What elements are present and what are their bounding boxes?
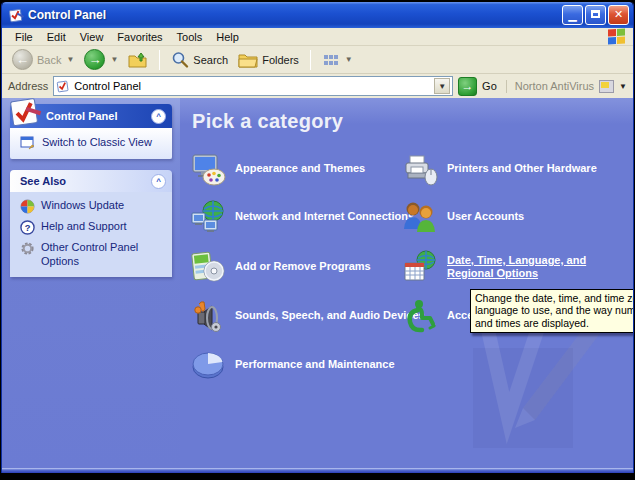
menu-edit[interactable]: Edit — [40, 30, 73, 44]
forward-dropdown-icon[interactable]: ▼ — [110, 55, 118, 64]
category-user-accounts[interactable]: User Accounts — [402, 197, 524, 237]
norton-antivirus-toolbar[interactable]: Norton AntiVirus ▼ — [506, 80, 627, 93]
category-label: Performance and Maintenance — [235, 358, 395, 371]
user-accounts-icon — [402, 199, 438, 235]
appearance-themes-icon — [190, 151, 226, 187]
menu-bar: File Edit View Favorites Tools Help — [2, 28, 633, 46]
folders-label: Folders — [262, 54, 299, 66]
norton-dropdown-icon[interactable]: ▼ — [619, 82, 627, 91]
tooltip-line-3: and times are displayed. — [475, 317, 633, 329]
control-panel-panel-body: Switch to Classic View — [10, 128, 172, 159]
see-also-panel-body: Windows Update ? Help and Support Other … — [10, 192, 172, 277]
back-icon: ← — [12, 49, 33, 70]
forward-button[interactable]: → ▼ — [80, 47, 122, 72]
see-also-title: See Also — [20, 175, 66, 187]
search-button[interactable]: Search — [167, 49, 232, 71]
category-label: Network and Internet Connections — [235, 210, 414, 223]
help-and-support-label: Help and Support — [41, 220, 127, 234]
collapse-chevron-icon[interactable]: ^ — [151, 109, 166, 124]
category-printers-and-other-hardware[interactable]: Printers and Other Hardware — [402, 149, 597, 189]
windows-update-label: Windows Update — [41, 199, 124, 213]
minimize-button[interactable]: ▁ — [562, 5, 583, 25]
category-label: Add or Remove Programs — [235, 260, 371, 273]
category-label: Date, Time, Language, and Regional Optio… — [447, 254, 615, 280]
category-add-or-remove-programs[interactable]: Add or Remove Programs — [190, 247, 371, 287]
close-icon: ✕ — [614, 9, 623, 20]
norton-icon — [599, 80, 614, 93]
search-label: Search — [193, 54, 228, 66]
help-support-icon: ? — [20, 220, 35, 235]
category-network-and-internet[interactable]: Network and Internet Connections — [190, 197, 414, 237]
windows-update-link[interactable]: Windows Update — [20, 199, 166, 214]
network-internet-icon — [190, 199, 226, 235]
performance-maintenance-icon — [190, 347, 226, 383]
windows-update-icon — [20, 199, 35, 214]
printers-hardware-icon — [402, 151, 438, 187]
views-icon — [322, 52, 340, 68]
other-control-panel-options-link[interactable]: Other Control Panel Options — [20, 241, 166, 269]
toolbar-separator — [159, 50, 160, 70]
screenshot-root: Control Panel ▁ ✕ File Edit View Favorit… — [0, 0, 635, 480]
category-label: Printers and Other Hardware — [447, 162, 597, 175]
minimize-icon: ▁ — [568, 10, 576, 21]
back-button[interactable]: ← Back ▼ — [8, 47, 78, 72]
sounds-audio-icon — [190, 298, 226, 334]
see-also-panel-header[interactable]: See Also ^ — [10, 170, 172, 192]
maximize-button[interactable] — [585, 5, 606, 25]
navigation-toolbar: ← Back ▼ → ▼ Search Fol — [2, 46, 633, 74]
menu-help[interactable]: Help — [209, 30, 246, 44]
other-control-panel-options-label: Other Control Panel Options — [41, 241, 153, 269]
search-icon — [171, 51, 189, 69]
address-value: Control Panel — [74, 80, 434, 92]
svg-text:?: ? — [25, 223, 31, 233]
see-also-panel: See Also ^ Windows Update — [10, 170, 172, 277]
address-dropdown-icon[interactable]: ▼ — [434, 78, 450, 94]
switch-to-classic-view-link[interactable]: Switch to Classic View — [20, 136, 166, 150]
menu-view[interactable]: View — [73, 30, 111, 44]
control-panel-app-icon — [8, 7, 24, 23]
collapse-chevron-icon[interactable]: ^ — [151, 174, 166, 189]
category-sounds-speech-audio[interactable]: Sounds, Speech, and Audio Devices — [190, 296, 425, 336]
help-and-support-link[interactable]: ? Help and Support — [20, 220, 166, 235]
date-time-tooltip: Change the date, time, and time zone for… — [470, 289, 633, 333]
title-bar: Control Panel ▁ ✕ — [2, 2, 633, 28]
window-bottom-border — [2, 468, 633, 473]
control-panel-task-panel: Control Panel ^ Switch to Classic View — [10, 104, 172, 159]
address-label: Address — [8, 80, 48, 92]
norton-label: Norton AntiVirus — [515, 80, 594, 92]
add-remove-programs-icon — [190, 249, 226, 285]
gear-icon — [20, 241, 35, 256]
address-control-panel-icon — [56, 79, 70, 93]
date-time-language-icon — [402, 249, 438, 285]
views-dropdown-icon[interactable]: ▼ — [345, 55, 353, 64]
menu-favorites[interactable]: Favorites — [110, 30, 169, 44]
category-performance-and-maintenance[interactable]: Performance and Maintenance — [190, 345, 395, 385]
menu-file[interactable]: File — [8, 30, 40, 44]
folders-icon — [238, 52, 258, 68]
go-label: Go — [482, 80, 497, 92]
content-area: Control Panel ^ Switch to Classic View S… — [2, 98, 633, 468]
menu-tools[interactable]: Tools — [170, 30, 210, 44]
classic-view-icon — [20, 136, 36, 150]
window-title: Control Panel — [28, 8, 560, 22]
category-label: Appearance and Themes — [235, 162, 365, 175]
folders-button[interactable]: Folders — [234, 50, 303, 70]
switch-to-classic-view-label: Switch to Classic View — [42, 136, 152, 150]
control-panel-panel-icon — [6, 98, 44, 130]
address-input[interactable]: Control Panel ▼ — [53, 76, 453, 96]
tooltip-line-2: language to use, and the way numbers, c — [475, 304, 633, 316]
tooltip-line-1: Change the date, time, and time zone for — [475, 292, 633, 304]
up-button[interactable] — [124, 49, 152, 71]
close-button[interactable]: ✕ — [608, 5, 629, 25]
views-button[interactable]: ▼ — [318, 50, 357, 70]
windows-logo-icon — [608, 28, 625, 44]
go-button[interactable]: → — [458, 77, 477, 96]
address-bar: Address Control Panel ▼ → Go Norton Anti… — [2, 74, 633, 98]
category-date-time-language-regional[interactable]: Date, Time, Language, and Regional Optio… — [402, 247, 615, 287]
back-dropdown-icon[interactable]: ▼ — [66, 55, 74, 64]
up-folder-icon — [128, 51, 148, 69]
back-label: Back — [37, 54, 61, 66]
control-panel-panel-title: Control Panel — [46, 110, 118, 122]
category-appearance-and-themes[interactable]: Appearance and Themes — [190, 149, 365, 189]
forward-icon: → — [84, 49, 105, 70]
